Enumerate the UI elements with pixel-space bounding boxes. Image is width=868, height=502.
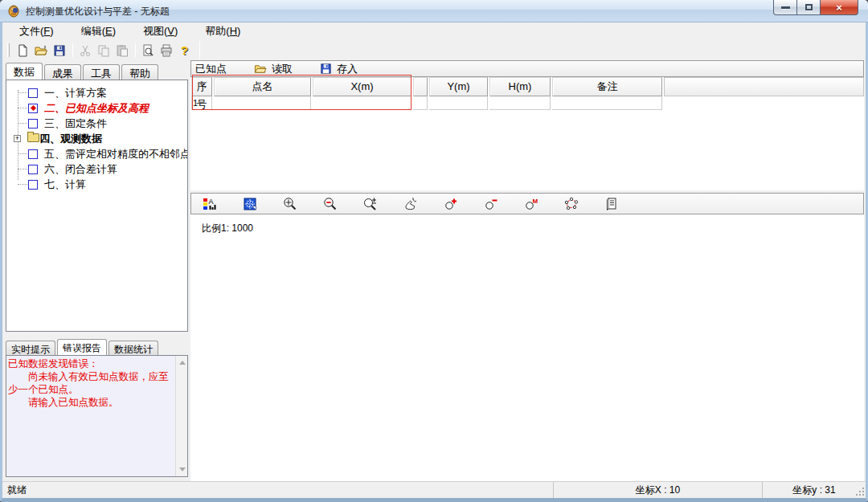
view-extent-icon xyxy=(243,197,257,211)
add-point-button[interactable] xyxy=(443,196,459,212)
network-icon xyxy=(564,197,579,211)
expand-plus-icon[interactable]: + xyxy=(14,135,21,142)
report-button[interactable] xyxy=(604,196,620,212)
header-remark[interactable]: 备注 xyxy=(552,77,662,96)
known-points-table: 序号 点名 X(m) Y(m) H(m) 备注 1 xyxy=(190,77,864,190)
scroll-down-icon[interactable] xyxy=(179,467,186,471)
move-point-button[interactable]: M xyxy=(523,196,539,212)
tab-data[interactable]: 数据 xyxy=(6,63,43,80)
tab-help[interactable]: 帮助 xyxy=(121,64,158,80)
zoom-dynamic-button[interactable] xyxy=(362,196,379,212)
zoom-dynamic-icon xyxy=(363,197,378,211)
print-preview-button[interactable] xyxy=(139,42,156,59)
menu-edit[interactable]: 编辑(E) xyxy=(72,22,125,40)
app-window: 控制测量优化设计与平差 - 无标题 × 文件(F) 编辑(E) 视图(V) 帮助… xyxy=(0,0,868,502)
pick-tool-button[interactable] xyxy=(403,196,419,212)
checkbox-icon[interactable] xyxy=(28,119,38,129)
scroll-up-icon[interactable] xyxy=(179,361,186,365)
minimize-button[interactable] xyxy=(773,0,797,15)
checkbox-icon[interactable] xyxy=(28,88,38,98)
cut-icon xyxy=(79,44,92,57)
tree-item-observation-data[interactable]: + 四、观测数据 xyxy=(6,131,187,146)
menu-file[interactable]: 文件(F) xyxy=(10,22,63,40)
cut-button[interactable] xyxy=(76,42,93,59)
store-button[interactable]: 存入 xyxy=(320,62,358,76)
left-panel: 数据 成果 工具 帮助 一、计算方案 二、已知点坐标及高程 xyxy=(4,60,190,481)
cell-index[interactable]: 1 xyxy=(191,96,212,110)
tab-data-statistics[interactable]: 数据统计 xyxy=(108,341,158,355)
cell-point-name[interactable] xyxy=(214,96,311,110)
svg-text:A: A xyxy=(209,198,214,206)
known-points-label: 已知点 xyxy=(195,62,227,76)
move-point-icon: M xyxy=(524,197,538,211)
print-button[interactable] xyxy=(158,42,174,59)
help-button[interactable]: ? xyxy=(176,42,193,59)
copy-icon xyxy=(97,44,110,57)
toolbar-separator xyxy=(72,43,73,57)
pick-tool-icon xyxy=(403,197,418,211)
header-spacer[interactable] xyxy=(413,77,428,96)
table-row: 1 xyxy=(190,96,864,110)
open-button[interactable] xyxy=(32,42,49,59)
zoom-out-button[interactable] xyxy=(322,196,338,212)
tab-tools[interactable]: 工具 xyxy=(83,64,120,80)
restore-icon xyxy=(805,4,813,10)
tree-item-closure-calc[interactable]: 六、闭合差计算 xyxy=(6,161,187,177)
tree-item-relative-precision[interactable]: 五、需评定相对精度的不相邻点 xyxy=(6,146,187,161)
header-x[interactable]: X(m) xyxy=(313,77,411,96)
drawing-canvas[interactable]: 比例1: 1000 xyxy=(190,214,864,481)
view-extent-button[interactable] xyxy=(242,196,258,212)
menu-view[interactable]: 视图(V) xyxy=(134,22,186,40)
tab-realtime-tips[interactable]: 实时提示 xyxy=(6,341,55,355)
left-tab-strip: 数据 成果 工具 帮助 xyxy=(6,63,160,80)
copy-button[interactable] xyxy=(95,42,112,59)
cell-y[interactable] xyxy=(429,96,488,110)
tree-item-fixed-conditions[interactable]: 三、固定条件 xyxy=(6,116,187,131)
help-icon: ? xyxy=(181,43,188,57)
checkbox-icon[interactable] xyxy=(28,149,38,159)
header-index[interactable]: 序号 xyxy=(191,77,212,96)
tree-item-calc-plan[interactable]: 一、计算方案 xyxy=(6,85,187,100)
checkbox-icon[interactable] xyxy=(28,180,38,190)
title-bar[interactable]: 控制测量优化设计与平差 - 无标题 × xyxy=(0,0,868,22)
tab-error-report[interactable]: 错误报告 xyxy=(57,339,107,355)
tree-item-compute[interactable]: 七、计算 xyxy=(6,177,187,192)
resize-grip[interactable] xyxy=(856,488,864,496)
bottom-tab-strip: 实时提示 错误报告 数据统计 xyxy=(6,339,160,355)
header-h[interactable]: H(m) xyxy=(489,77,551,96)
checkbox-icon[interactable] xyxy=(28,165,38,174)
table-header-row: 序号 点名 X(m) Y(m) H(m) 备注 xyxy=(190,77,864,96)
restore-button[interactable] xyxy=(797,0,821,15)
cell-x[interactable] xyxy=(313,96,411,110)
cell-h[interactable] xyxy=(489,96,551,110)
delete-point-button[interactable] xyxy=(483,196,499,212)
zoom-out-icon xyxy=(323,197,338,211)
delete-point-icon xyxy=(484,197,498,211)
error-message: 已知数据发现错误： 尚未输入有效已知点数据，应至少一个已知点。 请输入已知点数据… xyxy=(8,357,174,409)
legend-settings-button[interactable]: A xyxy=(202,196,218,212)
new-button[interactable] xyxy=(14,42,31,59)
new-file-icon xyxy=(16,44,29,57)
menu-help[interactable]: 帮助(H) xyxy=(196,22,249,40)
header-y[interactable]: Y(m) xyxy=(429,77,488,96)
tab-results[interactable]: 成果 xyxy=(44,64,81,80)
paste-button[interactable] xyxy=(113,42,130,59)
save-button[interactable] xyxy=(51,42,68,59)
cell-spacer[interactable] xyxy=(413,96,428,110)
error-scrollbar[interactable] xyxy=(175,356,187,476)
report-icon xyxy=(604,197,619,211)
tree-item-known-points[interactable]: 二、已知点坐标及高程 xyxy=(6,100,187,116)
toolbar-grip[interactable] xyxy=(7,43,10,57)
header-point-name[interactable]: 点名 xyxy=(214,77,311,96)
read-button[interactable]: 读取 xyxy=(254,62,293,76)
known-points-toolbar: 已知点 读取 存入 xyxy=(190,60,864,77)
add-point-icon xyxy=(444,197,458,211)
checkbox-selected-icon[interactable] xyxy=(28,104,38,113)
menu-bar: 文件(F) 编辑(E) 视图(V) 帮助(H) xyxy=(2,22,866,40)
zoom-window-button[interactable] xyxy=(282,196,298,212)
close-button[interactable]: × xyxy=(821,0,858,15)
network-button[interactable] xyxy=(563,196,579,212)
cell-remark[interactable] xyxy=(552,96,662,110)
data-tree: 一、计算方案 二、已知点坐标及高程 三、固定条件 + xyxy=(6,80,188,332)
status-coord-x: 坐标X : 10 xyxy=(554,482,763,498)
